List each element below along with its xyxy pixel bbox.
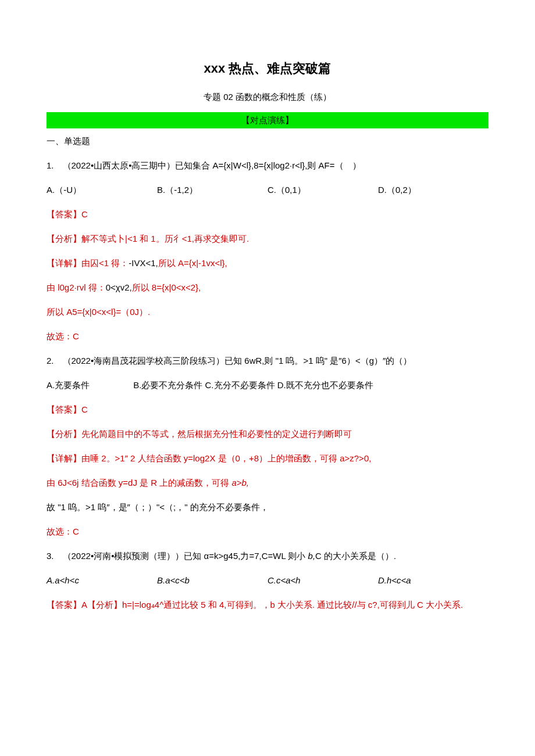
q2-answer: 【答案】C — [47, 403, 488, 417]
q1-opt-a: A.（-U） — [47, 183, 157, 197]
q3-answer: 【答案】A — [47, 600, 87, 610]
q2-detail-l1b: 合函数 y=log2X 是（0，+8）上的增函数，可得 a>z?>0, — [155, 453, 372, 463]
q2-detail-label: 【详解】 — [47, 453, 81, 463]
q2-detail-l2b: a>b, — [231, 478, 249, 488]
q3-analysis-text: h=|=log₄4^通过比较 5 和 4,可得到。，b 大小关系. 通过比较//… — [122, 600, 463, 610]
q3-options: A.a<h<c B.a<c<b C.c<a<h D.h<c<a — [47, 574, 488, 587]
q1-opt-c: C.（0,1） — [268, 183, 378, 197]
q1-analysis-text: 解不等式卜|<1 和 1。历彳<1,再求交集即可. — [81, 234, 249, 243]
q2-analysis-text: 先化简题目中的不等式，然后根据充分性和必要性的定义进行判断即可 — [81, 429, 352, 439]
document-title: xxx 热点、难点突破篇 — [47, 58, 488, 78]
q3-opt-d: D.h<c<a — [378, 574, 488, 587]
q1-detail-l1b: -IVX<1, — [129, 258, 158, 268]
q3-opt-c: C.c<a<h — [268, 574, 378, 587]
q2-options: A.充要条件 B.必要不充分条件 C.充分不必要条件 D.既不充分也不必要条件 — [47, 378, 488, 392]
q1-options: A.（-U） B.（-1,2） C.（0,1） D.（0,2） — [47, 183, 488, 197]
section-heading: 一、单选题 — [47, 134, 488, 148]
section-banner: 【对点演练】 — [47, 112, 488, 128]
q2-detail-l2a: 由 6J<6j 结合函数 y=dJ 是 R 上的减函数，可得 — [47, 478, 231, 488]
q1-detail-line3: 所以 A5={x|0<x<l}=（0J）. — [47, 305, 488, 319]
q1-detail-l2a: 由 l0g2·rvl 得： — [47, 282, 106, 292]
q1-detail-l1c: 所以 A={x|-1vx<l}, — [158, 258, 227, 268]
q3-stem: 3. （2022•河南•模拟预测（理））已知 α=k>g45,力=7,C=WL … — [47, 549, 488, 563]
q2-detail-line1: 【详解】由唾 2。>1″ 2 人结合函数 y=log2X 是（0，+8）上的增函… — [47, 452, 488, 465]
q1-detail-line2: 由 l0g2·rvl 得：0<χv2,所以 8={x|0<x<2}, — [47, 281, 488, 295]
q2-detail-line2: 由 6J<6j 结合函数 y=dJ 是 R 上的减函数，可得 a>b, — [47, 476, 488, 490]
q1-opt-d: D.（0,2） — [378, 183, 488, 197]
q1-answer: 【答案】C — [47, 207, 488, 221]
q2-analysis-label: 【分析】 — [47, 429, 81, 439]
q3-opt-a: A.a<h<c — [47, 574, 157, 587]
q2-detail-line3: 故 "1 呜。>1 呜″，是″（；）"<（;，" 的充分不必要条件， — [47, 500, 488, 514]
q2-stem: 2. （2022•海南昌茂花园学校高三阶段练习）已知 6wR,则 "1 呜。>1… — [47, 354, 488, 368]
q1-detail-l1a: 由囚<1 得： — [81, 258, 129, 268]
q1-detail-l2b: 0<χv2, — [106, 282, 132, 292]
q1-detail-label: 【详解】 — [47, 258, 81, 268]
q1-detail-line1: 【详解】由囚<1 得：-IVX<1,所以 A={x|-1vx<l}, — [47, 256, 488, 270]
q3-stem-c: C 的大小关系是（）. — [315, 551, 396, 561]
q2-select: 故选：C — [47, 525, 488, 539]
q1-select: 故选：C — [47, 329, 488, 343]
q3-opt-b: B.a<c<b — [157, 574, 268, 587]
q3-analysis-label: 【分析】 — [87, 600, 122, 610]
q2-detail-l1a: 由唾 2。>1″ 2 人结 — [81, 453, 155, 463]
q1-opt-b: B.（-1,2） — [157, 183, 268, 197]
q1-analysis-label: 【分析】 — [47, 234, 81, 243]
q2-detail-l3: 故 "1 呜。>1 呜″，是″（；）"<（;，" 的充分不必要条件， — [47, 502, 269, 512]
q1-stem: 1. （2022•山西太原•高三期中）已知集合 A={x|W<l},8={x|l… — [47, 159, 488, 173]
q3-stem-b: b, — [308, 551, 316, 561]
q2-analysis: 【分析】先化简题目中的不等式，然后根据充分性和必要性的定义进行判断即可 — [47, 427, 488, 441]
q3-stem-a: 3. （2022•河南•模拟预测（理））已知 α=k>g45,力=7,C=WL … — [47, 551, 308, 561]
q1-analysis: 【分析】解不等式卜|<1 和 1。历彳<1,再求交集即可. — [47, 232, 488, 246]
q3-answer-analysis: 【答案】A【分析】h=|=log₄4^通过比较 5 和 4,可得到。，b 大小关… — [47, 598, 488, 612]
q1-detail-l2c: 所以 8={x|0<x<2}, — [132, 282, 201, 292]
document-subtitle: 专题 02 函数的概念和性质（练） — [47, 90, 488, 104]
